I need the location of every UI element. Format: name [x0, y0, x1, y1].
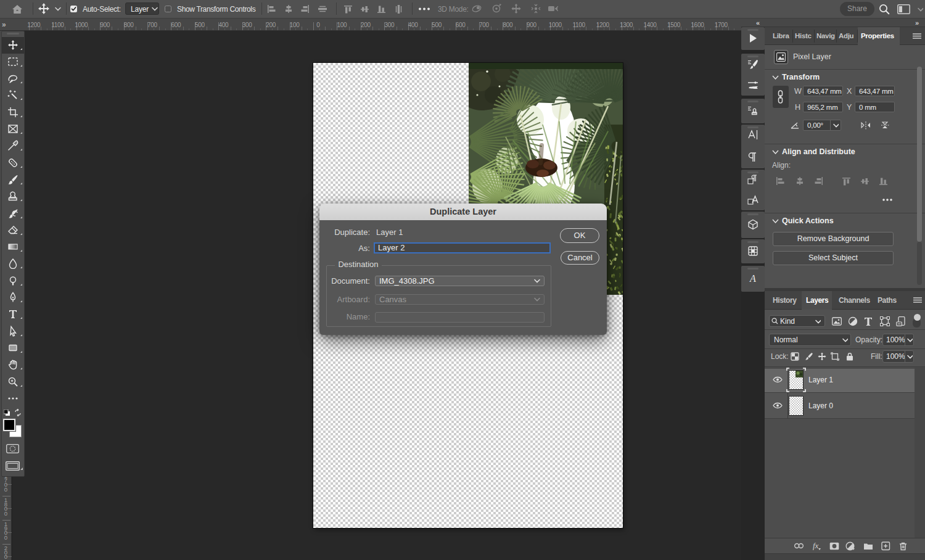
svg-text:A: A	[749, 273, 756, 284]
